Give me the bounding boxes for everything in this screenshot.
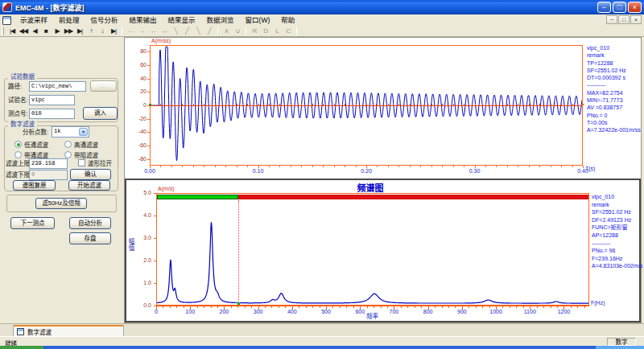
- toolbar-grip[interactable]: [2, 27, 4, 35]
- top-info-line: AV =0.838757: [587, 104, 641, 111]
- expand-x-icon[interactable]: ↔: [147, 27, 159, 36]
- slope-up-icon[interactable]: ╱: [181, 27, 192, 36]
- status-pane-right: 数字: [607, 338, 636, 346]
- bottom-info-line: PNo.= 96: [592, 247, 642, 255]
- top-info-line: PNo.= 0: [587, 112, 641, 119]
- save-button[interactable]: 存盘: [69, 232, 111, 244]
- mdi-restore-button[interactable]: □: [618, 15, 630, 24]
- peak-window-icon[interactable]: ∧: [221, 27, 232, 36]
- test-name-input[interactable]: vipc: [29, 95, 75, 105]
- tab-icon: [17, 328, 24, 335]
- browse-button[interactable]: . . .: [90, 80, 117, 92]
- bottom-chart-x-axis-title: 频率: [366, 313, 378, 320]
- stop-icon[interactable]: ■: [40, 27, 52, 36]
- pan-left-icon[interactable]: ←: [125, 27, 136, 36]
- mdi-close-button[interactable]: ×: [630, 15, 642, 24]
- bottom-info-line: F=239.16Hz: [592, 255, 642, 263]
- bottom-info-line: SF=2551.02 Hz: [592, 208, 642, 216]
- jump-end-icon[interactable]: ▶|: [108, 27, 119, 36]
- top-chart-x-axis-title: T(s): [585, 165, 595, 172]
- highpass-radio[interactable]: [64, 141, 72, 148]
- filter-lower-input: 0: [29, 170, 68, 180]
- step-back-icon[interactable]: ◀: [29, 27, 40, 36]
- fast-rewind-icon[interactable]: ◀◀: [18, 27, 29, 36]
- lowpass-label: 低通滤波: [24, 142, 48, 149]
- bottom-info-line: AP=12288: [592, 232, 642, 240]
- letter-d-icon[interactable]: D: [260, 27, 271, 36]
- menu-window[interactable]: 窗口(W): [240, 15, 276, 26]
- start-filter-button[interactable]: 开始滤波: [68, 180, 110, 191]
- letter-r-icon[interactable]: R: [249, 27, 260, 36]
- move-down-icon[interactable]: ↓: [97, 27, 108, 36]
- bottom-info-line: vipc_010: [592, 193, 642, 201]
- menu-result-output[interactable]: 结果输出: [124, 15, 163, 26]
- bottom-info-line: DF=2.49123 Hz: [592, 216, 642, 224]
- toolbar-separator: [122, 27, 122, 35]
- mdi-child-icon[interactable]: [2, 16, 11, 25]
- tab-digital-filter[interactable]: 数字滤波: [13, 325, 124, 337]
- play-icon[interactable]: ▶: [52, 27, 63, 36]
- toolbar-separator: [296, 27, 297, 35]
- top-info-line: A=7.32422e-001m/ss: [587, 126, 641, 133]
- confirm-button[interactable]: 确认: [70, 169, 111, 180]
- bandpass-radio[interactable]: [14, 151, 22, 158]
- trend-down-icon[interactable]: ╲: [192, 27, 204, 36]
- filter-upper-input[interactable]: 239.158: [29, 158, 68, 169]
- letter-l-icon[interactable]: L: [271, 27, 283, 36]
- time-waveform-plot: [151, 46, 582, 165]
- filter-upper-label: 滤波上限: [6, 160, 30, 167]
- menu-bar: 示波采样 前处理 信号分析 结果输出 结果显示 数据浏览 窗口(W) 帮助 − …: [0, 14, 644, 26]
- bottom-info-line: FUNC=矩形窗: [592, 224, 642, 232]
- point-number-label: 测点号:: [8, 110, 28, 117]
- window-title: EMC-4M - [数字滤波]: [15, 2, 85, 13]
- top-info-line: vipc_010: [587, 44, 641, 51]
- filter-50hz-button[interactable]: 滤50Hz及倍频: [35, 198, 87, 209]
- top-info-line: DT=0.000392 s: [587, 74, 641, 81]
- spectrum-restore-button[interactable]: 谱图复原: [13, 180, 56, 191]
- start-button-edge[interactable]: [0, 346, 43, 349]
- spectrum-plot: [157, 194, 588, 305]
- load-button[interactable]: 调入: [83, 107, 118, 120]
- top-chart-info-panel: vipc_010remarkTP=12288SF=2551.02 HzDT=0.…: [587, 44, 641, 134]
- menu-preprocess[interactable]: 前处理: [53, 15, 85, 26]
- letter-c-icon[interactable]: C: [283, 27, 294, 36]
- pan-right-icon[interactable]: →: [136, 27, 147, 36]
- bandstop-radio[interactable]: [64, 151, 72, 158]
- bottom-info-line: A=4.83103e-002m/s: [592, 262, 642, 270]
- close-button[interactable]: ×: [628, 2, 642, 13]
- chevron-down-icon[interactable]: ▼: [79, 128, 88, 136]
- stretch-checkbox[interactable]: [78, 159, 85, 166]
- spectrum-title: 频谱图: [322, 181, 419, 194]
- slope-down-icon[interactable]: ╲: [170, 27, 181, 36]
- auto-analysis-button[interactable]: 自动分析: [69, 217, 111, 229]
- minimize-button[interactable]: −: [597, 2, 611, 13]
- mdi-minimize-button[interactable]: −: [606, 15, 617, 24]
- valley-window-icon[interactable]: ∪: [232, 27, 243, 36]
- trend-up-icon[interactable]: ╱: [204, 27, 215, 36]
- point-number-input[interactable]: 010: [29, 109, 75, 119]
- menu-data-browse[interactable]: 数据浏览: [201, 15, 240, 26]
- mdi-tab-bar: 数字滤波: [0, 323, 644, 336]
- lowpass-radio[interactable]: [14, 141, 22, 148]
- tray-edge: [596, 346, 644, 349]
- menu-sampling[interactable]: 示波采样: [14, 15, 53, 26]
- spectrum-baseline: [156, 305, 589, 306]
- toolbar-separator: [217, 27, 218, 35]
- bottom-info-line: ----------: [592, 240, 642, 248]
- application-window: EMC-4M - [数字滤波] − □ × 示波采样 前处理 信号分析 结果输出…: [0, 0, 644, 349]
- waveform-line: [151, 47, 582, 161]
- bottom-chart-side-label: 幅值: [126, 238, 135, 252]
- goto-start-icon[interactable]: |◀: [6, 27, 18, 36]
- path-input[interactable]: C:\vipc_new\: [29, 81, 86, 92]
- fast-forward-icon[interactable]: ▶▶: [63, 27, 74, 36]
- top-info-line: T=0.00s: [587, 119, 641, 126]
- menu-help[interactable]: 帮助: [275, 15, 300, 26]
- move-up-icon[interactable]: ↑: [85, 27, 97, 36]
- analysis-points-select[interactable]: 1k▼: [52, 126, 89, 138]
- shrink-x-icon[interactable]: ↔: [159, 27, 170, 36]
- next-point-button[interactable]: 下一测点: [10, 217, 55, 229]
- goto-end-icon[interactable]: ▶|: [74, 27, 85, 36]
- menu-signal-analysis[interactable]: 信号分析: [85, 15, 124, 26]
- menu-result-display[interactable]: 结果显示: [163, 15, 201, 26]
- restore-button[interactable]: □: [613, 2, 626, 13]
